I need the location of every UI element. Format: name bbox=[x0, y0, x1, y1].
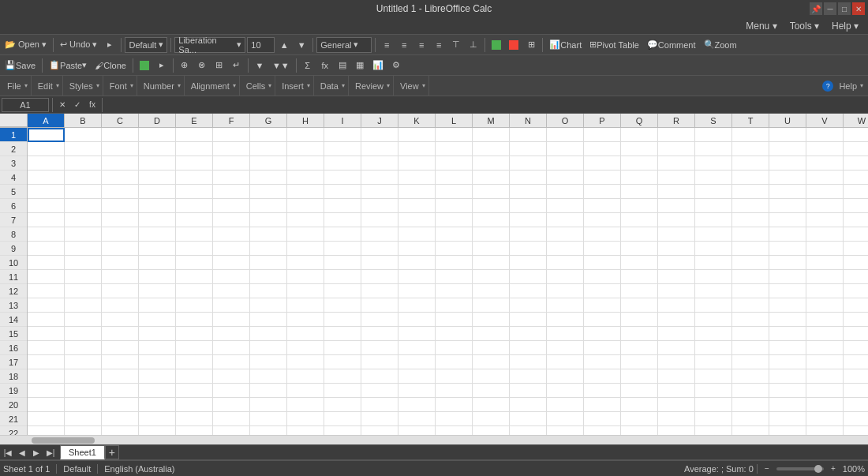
cell-A13[interactable] bbox=[28, 298, 65, 313]
cell-O5[interactable] bbox=[547, 185, 584, 199]
cell-O9[interactable] bbox=[547, 242, 584, 256]
row-num-20[interactable]: 20 bbox=[0, 398, 27, 412]
cell-J14[interactable] bbox=[361, 313, 398, 327]
cell-W16[interactable] bbox=[844, 341, 868, 355]
font-label[interactable]: Font bbox=[107, 81, 129, 91]
cell-L7[interactable] bbox=[436, 213, 473, 227]
cell-K16[interactable] bbox=[398, 341, 436, 355]
cell-B11[interactable] bbox=[65, 270, 102, 284]
cell-C20[interactable] bbox=[102, 398, 139, 412]
cell-M2[interactable] bbox=[473, 142, 510, 156]
cell-L3[interactable] bbox=[436, 156, 473, 171]
cell-T9[interactable] bbox=[732, 242, 769, 256]
cell-B12[interactable] bbox=[65, 284, 102, 298]
cell-V6[interactable] bbox=[806, 199, 844, 213]
cell-G9[interactable] bbox=[250, 242, 287, 256]
cell-I22[interactable] bbox=[324, 426, 361, 435]
cell-G12[interactable] bbox=[250, 284, 287, 298]
cell-H17[interactable] bbox=[287, 355, 324, 369]
cell-N16[interactable] bbox=[510, 341, 547, 355]
cell-M4[interactable] bbox=[473, 171, 510, 185]
cell-C12[interactable] bbox=[102, 284, 139, 298]
cell-W21[interactable] bbox=[844, 412, 868, 426]
cell-S3[interactable] bbox=[695, 156, 732, 171]
cell-L2[interactable] bbox=[436, 142, 473, 156]
cell-U6[interactable] bbox=[769, 199, 806, 213]
paste-button[interactable]: 📋 Paste ▾ bbox=[46, 58, 90, 73]
cell-A12[interactable] bbox=[28, 284, 65, 298]
cell-C18[interactable] bbox=[102, 369, 139, 384]
cell-F4[interactable] bbox=[213, 171, 250, 185]
cell-P13[interactable] bbox=[584, 298, 621, 313]
cell-A8[interactable] bbox=[28, 227, 65, 242]
row-num-15[interactable]: 15 bbox=[0, 327, 27, 341]
filter-btn[interactable]: ▼ bbox=[252, 58, 268, 73]
cell-D3[interactable] bbox=[139, 156, 176, 171]
cell-S17[interactable] bbox=[695, 355, 732, 369]
cell-M20[interactable] bbox=[473, 398, 510, 412]
cell-W7[interactable] bbox=[844, 213, 868, 227]
cell-O12[interactable] bbox=[547, 284, 584, 298]
cell-H15[interactable] bbox=[287, 327, 324, 341]
cell-Q14[interactable] bbox=[621, 313, 658, 327]
view-label[interactable]: View bbox=[398, 81, 421, 91]
cell-V14[interactable] bbox=[806, 313, 844, 327]
cell-U2[interactable] bbox=[769, 142, 806, 156]
cell-A22[interactable] bbox=[28, 426, 65, 435]
cell-E5[interactable] bbox=[176, 185, 213, 199]
cell-P6[interactable] bbox=[584, 199, 621, 213]
cell-K10[interactable] bbox=[398, 256, 436, 270]
cell-N7[interactable] bbox=[510, 213, 547, 227]
cell-U20[interactable] bbox=[769, 398, 806, 412]
comment-button[interactable]: 💬 Comment bbox=[644, 37, 699, 53]
cell-C4[interactable] bbox=[102, 171, 139, 185]
cell-V15[interactable] bbox=[806, 327, 844, 341]
cell-E17[interactable] bbox=[176, 355, 213, 369]
cell-K6[interactable] bbox=[398, 199, 436, 213]
cell-M6[interactable] bbox=[473, 199, 510, 213]
cell-J5[interactable] bbox=[361, 185, 398, 199]
cell-N11[interactable] bbox=[510, 270, 547, 284]
cell-Q9[interactable] bbox=[621, 242, 658, 256]
cell-U18[interactable] bbox=[769, 369, 806, 384]
cell-H13[interactable] bbox=[287, 298, 324, 313]
cell-K12[interactable] bbox=[398, 284, 436, 298]
cell-T22[interactable] bbox=[732, 426, 769, 435]
cell-N18[interactable] bbox=[510, 369, 547, 384]
cell-L21[interactable] bbox=[436, 412, 473, 426]
col-header-L[interactable]: L bbox=[436, 114, 473, 127]
row-num-12[interactable]: 12 bbox=[0, 284, 27, 298]
cell-L1[interactable] bbox=[436, 128, 473, 142]
row-num-4[interactable]: 4 bbox=[0, 171, 27, 185]
cell-F22[interactable] bbox=[213, 426, 250, 435]
cell-P8[interactable] bbox=[584, 227, 621, 242]
cell-O16[interactable] bbox=[547, 341, 584, 355]
cell-F12[interactable] bbox=[213, 284, 250, 298]
help-label[interactable]: Help bbox=[836, 81, 859, 91]
cell-H9[interactable] bbox=[287, 242, 324, 256]
cell-L22[interactable] bbox=[436, 426, 473, 435]
cell-Q18[interactable] bbox=[621, 369, 658, 384]
add-sheet-button[interactable]: + bbox=[105, 445, 119, 459]
row-num-16[interactable]: 16 bbox=[0, 341, 27, 355]
cell-R16[interactable] bbox=[658, 341, 695, 355]
cell-B9[interactable] bbox=[65, 242, 102, 256]
col-header-P[interactable]: P bbox=[584, 114, 621, 127]
cell-reference-input[interactable] bbox=[2, 98, 49, 112]
cell-R12[interactable] bbox=[658, 284, 695, 298]
cell-A7[interactable] bbox=[28, 213, 65, 227]
cell-H19[interactable] bbox=[287, 384, 324, 398]
more-tools1[interactable]: ▸ bbox=[154, 58, 170, 73]
last-sheet-button[interactable]: ▶| bbox=[44, 446, 57, 459]
cell-Q8[interactable] bbox=[621, 227, 658, 242]
cell-G13[interactable] bbox=[250, 298, 287, 313]
cell-F11[interactable] bbox=[213, 270, 250, 284]
cell-K15[interactable] bbox=[398, 327, 436, 341]
cell-E9[interactable] bbox=[176, 242, 213, 256]
col-header-V[interactable]: V bbox=[806, 114, 844, 127]
file-label[interactable]: File bbox=[5, 81, 24, 91]
cell-C1[interactable] bbox=[102, 128, 139, 142]
cell-F17[interactable] bbox=[213, 355, 250, 369]
cell-R13[interactable] bbox=[658, 298, 695, 313]
cell-M16[interactable] bbox=[473, 341, 510, 355]
